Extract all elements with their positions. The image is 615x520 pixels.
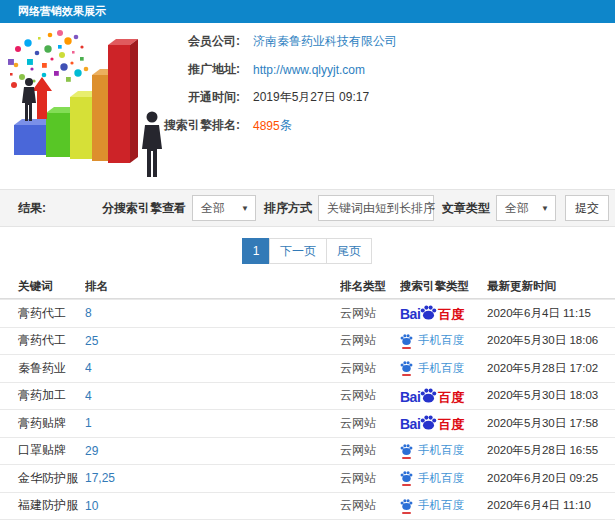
- mobile-baidu-label: 手机百度: [418, 363, 464, 375]
- baidu-logo: Bai百度: [400, 304, 464, 321]
- keyword-cell: 膏药代工: [0, 332, 85, 349]
- updated-time-cell: 2020年5月30日 18:03: [487, 388, 615, 403]
- rank-cell[interactable]: 4: [85, 361, 340, 375]
- updated-time-cell: 2020年5月30日 17:58: [487, 416, 615, 431]
- baidu-logo-cn: 百度: [438, 308, 464, 321]
- rank-cell[interactable]: 10: [85, 499, 340, 513]
- engine-cell: 手机百度: [400, 360, 487, 376]
- updated-time-cell: 2020年6月4日 11:15: [487, 306, 615, 321]
- rank-cell[interactable]: 8: [85, 306, 340, 320]
- mobile-baidu-logo: 手机百度: [400, 360, 464, 376]
- count-suffix: 条: [280, 117, 292, 134]
- pagination: 1下一页尾页: [0, 227, 615, 275]
- info-value[interactable]: http://www.qlyyjt.com: [253, 63, 365, 77]
- mobile-baidu-paw-icon: [400, 333, 413, 349]
- info-value: 4895: [253, 119, 280, 133]
- baidu-logo-bai: Bai: [400, 307, 420, 321]
- mobile-baidu-logo: 手机百度: [400, 333, 464, 349]
- sort-filter-select[interactable]: 关键词由短到长排序▼: [318, 195, 434, 221]
- rank-cell[interactable]: 29: [85, 444, 340, 458]
- info-label: 开通时间:: [138, 89, 240, 106]
- baidu-logo-bai: Bai: [400, 390, 420, 404]
- rank-type-cell: 云网站: [340, 442, 400, 459]
- mobile-baidu-underline: [402, 347, 411, 349]
- keyword-cell: 金华防护服: [0, 470, 85, 487]
- keyword-cell: 膏药代工: [0, 305, 85, 322]
- rank-cell[interactable]: 4: [85, 389, 340, 403]
- engine-cell: 手机百度: [400, 333, 487, 349]
- engine-filter-select[interactable]: 全部▼: [192, 195, 256, 221]
- mobile-baidu-underline: [402, 512, 411, 514]
- engine-cell: Bai百度: [400, 414, 487, 432]
- info-row: 开通时间:2019年5月27日 09:17: [138, 91, 397, 104]
- keyword-cell: 膏药贴牌: [0, 415, 85, 432]
- baidu-paw-icon: [420, 304, 437, 321]
- last-page-button[interactable]: 尾页: [326, 238, 372, 264]
- mobile-baidu-paw-icon: [400, 443, 413, 459]
- column-header: 关键词: [0, 279, 85, 294]
- info-value: 2019年5月27日 09:17: [253, 89, 369, 106]
- table-row: 口罩贴牌29云网站手机百度2020年5月28日 16:55: [0, 437, 615, 465]
- rank-cell[interactable]: 17,25: [85, 471, 340, 485]
- rank-type-cell: 云网站: [340, 387, 400, 404]
- rank-type-cell: 云网站: [340, 497, 400, 514]
- mobile-baidu-underline: [402, 484, 411, 486]
- baidu-logo: Bai百度: [400, 414, 464, 431]
- baidu-paw-icon: [420, 387, 437, 404]
- rank-type-cell: 云网站: [340, 415, 400, 432]
- engine-cell: 手机百度: [400, 443, 487, 459]
- filter-bar: 结果: 分搜索引擎查看全部▼排序方式关键词由短到长排序▼文章类型全部▼提交: [0, 189, 615, 227]
- rank-cell[interactable]: 1: [85, 416, 340, 430]
- column-header: 最新更新时间: [487, 279, 615, 294]
- info-row: 推广地址:http://www.qlyyjt.com: [138, 63, 397, 76]
- engine-cell: Bai百度: [400, 387, 487, 405]
- rank-cell[interactable]: 25: [85, 334, 340, 348]
- keyword-cell: 福建防护服: [0, 497, 85, 514]
- sort-filter-value: 关键词由短到长排序: [327, 200, 435, 217]
- keyword-cell: 膏药加工: [0, 387, 85, 404]
- rank-type-cell: 云网站: [340, 470, 400, 487]
- rank-type-cell: 云网站: [340, 360, 400, 377]
- baidu-logo-bai: Bai: [400, 417, 420, 431]
- window-title-bar: 网络营销效果展示: [0, 0, 615, 23]
- baidu-logo-cn: 百度: [438, 418, 464, 431]
- filter-group: 分搜索引擎查看全部▼排序方式关键词由短到长排序▼文章类型全部▼提交: [94, 195, 609, 221]
- table-header-row: 关键词排名排名类型搜索引擎类型最新更新时间: [0, 275, 615, 299]
- next-page-button[interactable]: 下一页: [269, 238, 327, 264]
- engine-cell: 手机百度: [400, 498, 487, 514]
- result-label: 结果:: [18, 200, 46, 217]
- column-header: 排名类型: [340, 279, 400, 294]
- info-value[interactable]: 济南秦鲁药业科技有限公司: [253, 33, 397, 50]
- mobile-baidu-label: 手机百度: [418, 445, 464, 457]
- column-header: 排名: [85, 279, 340, 294]
- article-type-filter-label: 文章类型: [442, 200, 490, 217]
- info-label: 会员公司:: [138, 33, 240, 50]
- engine-cell: Bai百度: [400, 304, 487, 322]
- updated-time-cell: 2020年5月28日 17:02: [487, 361, 615, 376]
- dropdown-arrow-icon: ▼: [241, 204, 249, 213]
- page-1-button[interactable]: 1: [242, 238, 270, 264]
- baidu-logo: Bai百度: [400, 387, 464, 404]
- mobile-baidu-logo: 手机百度: [400, 498, 464, 514]
- sort-filter-label: 排序方式: [264, 200, 312, 217]
- updated-time-cell: 2020年6月4日 11:10: [487, 498, 615, 513]
- table-body: 膏药代工8云网站Bai百度2020年6月4日 11:15膏药代工25云网站手机百…: [0, 299, 615, 520]
- businessman-left: [22, 78, 36, 121]
- submit-button[interactable]: 提交: [565, 195, 609, 221]
- mobile-baidu-label: 手机百度: [418, 500, 464, 512]
- rank-type-cell: 云网站: [340, 332, 400, 349]
- top-section: 会员公司:济南秦鲁药业科技有限公司推广地址:http://www.qlyyjt.…: [0, 23, 615, 189]
- confetti-dots: [8, 30, 88, 93]
- table-row: 膏药代工8云网站Bai百度2020年6月4日 11:15: [0, 299, 615, 327]
- table-row: 金华防护服17,25云网站手机百度2020年6月20日 09:25: [0, 464, 615, 492]
- updated-time-cell: 2020年5月28日 16:55: [487, 443, 615, 458]
- info-row: 搜索引擎排名:4895条: [138, 119, 397, 132]
- mobile-baidu-logo: 手机百度: [400, 470, 464, 486]
- mobile-baidu-paw-icon: [400, 360, 413, 376]
- engine-cell: 手机百度: [400, 470, 487, 486]
- table-row: 膏药加工4云网站Bai百度2020年5月30日 18:03: [0, 382, 615, 410]
- article-type-filter-select[interactable]: 全部▼: [496, 195, 556, 221]
- mobile-baidu-underline: [402, 457, 411, 459]
- mobile-baidu-paw-icon: [400, 470, 413, 486]
- keyword-cell: 秦鲁药业: [0, 360, 85, 377]
